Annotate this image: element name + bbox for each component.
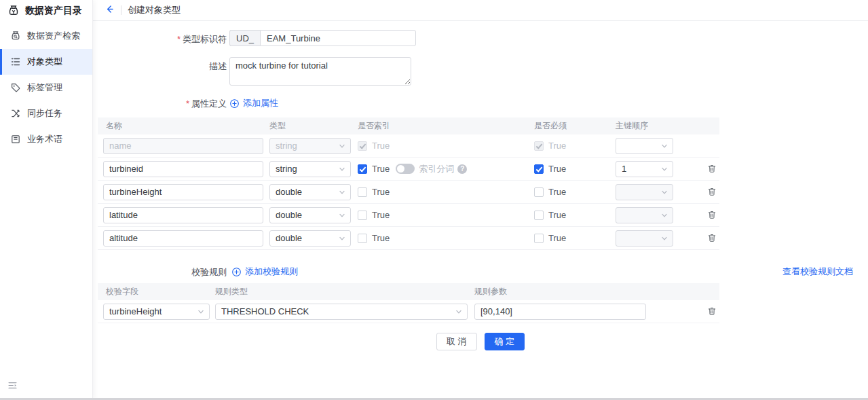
description-textarea[interactable] bbox=[229, 57, 411, 86]
attributes-table-header: 名称 类型 是否索引 是否必须 主键顺序 bbox=[98, 117, 719, 134]
chevron-down-icon bbox=[661, 189, 668, 196]
plus-circle-icon bbox=[231, 267, 242, 277]
attr-required-checkbox[interactable] bbox=[534, 211, 544, 220]
attr-required-checkbox[interactable] bbox=[534, 234, 544, 243]
attr-name-input[interactable] bbox=[103, 161, 263, 177]
column-header-type: 类型 bbox=[269, 120, 358, 132]
index-tokenize-toggle[interactable] bbox=[396, 164, 415, 174]
attr-table-row: stringTrueTrue bbox=[98, 134, 719, 158]
header-divider bbox=[121, 5, 121, 15]
app-logo: 数据资产目录 bbox=[0, 0, 92, 23]
chevron-down-icon bbox=[339, 235, 345, 242]
required-asterisk: * bbox=[186, 98, 189, 109]
rule-params-input[interactable] bbox=[474, 304, 646, 320]
rule-type-select[interactable]: THRESHOLD CHECK bbox=[215, 304, 468, 320]
attr-type-select-value: double bbox=[276, 187, 302, 197]
app-title: 数据资产目录 bbox=[25, 5, 82, 17]
description-label: 描述 bbox=[93, 57, 227, 73]
sidebar-item-business-terms[interactable]: 业务术语 bbox=[0, 126, 92, 152]
attr-table-row: doubleTrueTrue bbox=[98, 227, 719, 250]
attr-type-select: string bbox=[269, 138, 351, 154]
attr-name-input[interactable] bbox=[103, 184, 263, 200]
validation-table-header: 校验字段 规则类型 规则参数 bbox=[98, 283, 719, 300]
trash-icon bbox=[707, 187, 717, 197]
delete-attribute-button[interactable] bbox=[707, 187, 717, 197]
validation-label: 校验规则 bbox=[93, 265, 227, 278]
checkbox-label: True bbox=[372, 187, 390, 197]
delete-attribute-button[interactable] bbox=[707, 164, 717, 174]
add-validation-rule-button[interactable]: 添加校验规则 bbox=[231, 266, 298, 278]
cancel-button[interactable]: 取 消 bbox=[436, 333, 477, 350]
back-arrow-icon bbox=[105, 4, 115, 17]
chevron-down-icon bbox=[339, 189, 345, 196]
identifier-prefix: UD_ bbox=[229, 30, 260, 46]
attr-indexed-checkbox[interactable] bbox=[358, 164, 367, 174]
chevron-down-icon bbox=[455, 308, 462, 315]
identifier-input[interactable] bbox=[260, 30, 416, 46]
attr-indexed-checkbox[interactable] bbox=[358, 211, 367, 220]
attr-pk-order-select-value bbox=[622, 210, 624, 220]
attr-type-select-value: double bbox=[276, 210, 302, 220]
sidebar-item-asset-search[interactable]: 数据资产检索 bbox=[0, 23, 92, 49]
checkbox-label: True bbox=[372, 233, 390, 243]
plus-circle-icon bbox=[229, 98, 240, 109]
attr-pk-order-select[interactable]: 1 bbox=[616, 161, 673, 177]
attr-required-checkbox[interactable] bbox=[534, 187, 544, 197]
confirm-button[interactable]: 确 定 bbox=[485, 333, 525, 350]
attr-required-checkbox[interactable] bbox=[534, 164, 544, 174]
chevron-down-icon bbox=[661, 143, 668, 149]
delete-validation-rule-button[interactable] bbox=[707, 306, 717, 316]
sidebar-item-sync-task[interactable]: 同步任务 bbox=[0, 101, 92, 126]
attr-table-row: doubleTrueTrue bbox=[98, 204, 719, 227]
book-icon bbox=[10, 134, 21, 145]
attr-type-select[interactable]: string bbox=[269, 161, 351, 177]
trash-icon bbox=[707, 306, 717, 316]
form-content: *类型标识符 UD_ 描述 *属性定义 添加属性 bbox=[93, 21, 868, 400]
tag-icon bbox=[10, 82, 21, 93]
delete-attribute-button[interactable] bbox=[707, 233, 717, 243]
checkbox-label: True bbox=[548, 210, 566, 220]
validation-field-select[interactable]: turbineHeight bbox=[103, 304, 210, 320]
attr-pk-order-select bbox=[616, 207, 673, 223]
attr-pk-order-select bbox=[616, 184, 673, 200]
attr-indexed-checkbox[interactable] bbox=[358, 234, 367, 243]
attr-name-input[interactable] bbox=[103, 207, 263, 223]
delete-attribute-button[interactable] bbox=[707, 210, 717, 220]
object-type-icon bbox=[10, 56, 21, 67]
back-button[interactable] bbox=[105, 4, 115, 17]
attr-type-select-value: string bbox=[276, 141, 297, 151]
sidebar-nav: 数据资产检索对象类型标签管理同步任务业务术语 bbox=[0, 23, 92, 152]
attributes-table: 名称 类型 是否索引 是否必须 主键顺序 stringTrueTrue stri… bbox=[98, 117, 719, 250]
trash-icon bbox=[707, 233, 717, 243]
attr-type-select[interactable]: double bbox=[269, 207, 351, 223]
attr-name-input[interactable] bbox=[103, 230, 263, 247]
chevron-down-icon bbox=[339, 166, 345, 172]
chevron-down-icon bbox=[661, 166, 668, 172]
sidebar-item-label: 同步任务 bbox=[27, 107, 62, 120]
main-area: 创建对象类型 *类型标识符 UD_ 描述 *属性定义 添加属性 bbox=[93, 0, 868, 400]
collapse-sidebar-icon[interactable] bbox=[7, 380, 92, 390]
sidebar: 数据资产目录 数据资产检索对象类型标签管理同步任务业务术语 bbox=[0, 0, 93, 400]
attr-type-select-value: double bbox=[276, 233, 302, 243]
attr-indexed-checkbox bbox=[358, 141, 367, 151]
column-header-indexed: 是否索引 bbox=[358, 120, 534, 132]
sidebar-item-tag-management[interactable]: 标签管理 bbox=[0, 75, 92, 101]
attr-pk-order-select bbox=[616, 230, 673, 247]
checkbox-label: True bbox=[372, 210, 390, 220]
validation-doc-link[interactable]: 查看校验规则文档 bbox=[782, 266, 853, 278]
attr-type-select[interactable]: double bbox=[269, 230, 351, 247]
attr-pk-order-select-value bbox=[622, 141, 624, 151]
column-header-validation-field: 校验字段 bbox=[98, 286, 215, 297]
attr-indexed-checkbox[interactable] bbox=[358, 187, 367, 197]
checkbox-label: True bbox=[548, 187, 566, 197]
help-icon[interactable] bbox=[457, 164, 467, 174]
attr-pk-order-select[interactable] bbox=[616, 138, 673, 154]
attr-table-row: doubleTrueTrue bbox=[98, 181, 719, 204]
chevron-down-icon bbox=[339, 143, 345, 149]
attr-required-checkbox bbox=[534, 141, 544, 151]
chevron-down-icon bbox=[197, 308, 204, 315]
attr-type-select[interactable]: double bbox=[269, 184, 351, 200]
checkbox-label: True bbox=[548, 164, 566, 174]
add-attribute-button[interactable]: 添加属性 bbox=[229, 97, 278, 109]
sidebar-item-object-type[interactable]: 对象类型 bbox=[0, 49, 92, 75]
